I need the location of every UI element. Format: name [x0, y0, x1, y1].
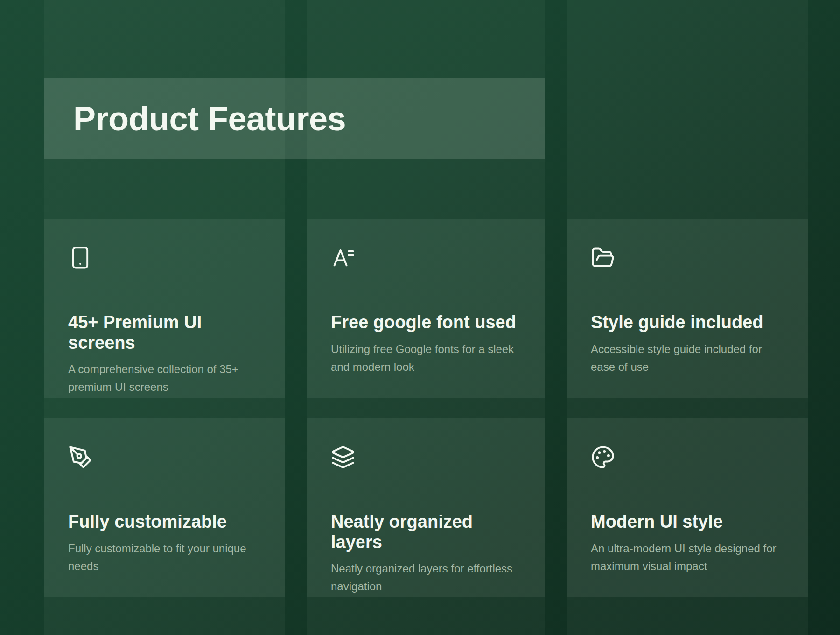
- feature-card: Fully customizable Fully customizable to…: [44, 418, 285, 597]
- feature-description: Neatly organized layers for effortless n…: [331, 560, 518, 595]
- feature-description: Utilizing free Google fonts for a sleek …: [331, 340, 518, 376]
- feature-description: Accessible style guide included for ease…: [591, 340, 777, 376]
- section-header: Product Features: [44, 78, 545, 159]
- feature-card: 45+ Premium UI screens A comprehensive c…: [44, 219, 285, 398]
- layers-icon: [331, 445, 355, 469]
- typography-icon: [331, 246, 355, 270]
- feature-description: An ultra-modern UI style designed for ma…: [591, 540, 777, 575]
- pen-tool-icon: [68, 445, 92, 469]
- feature-title: Fully customizable: [68, 512, 263, 532]
- feature-title: Style guide included: [591, 312, 785, 333]
- feature-title: Free google font used: [331, 312, 523, 333]
- feature-card: Neatly organized layers Neatly organized…: [307, 418, 545, 597]
- product-features-section: Product Features 45+ Premium UI screens …: [0, 0, 840, 635]
- feature-card: Modern UI style An ultra-modern UI style…: [567, 418, 808, 597]
- smartphone-icon: [68, 246, 92, 270]
- palette-icon: [591, 445, 615, 469]
- feature-card: Style guide included Accessible style gu…: [567, 219, 808, 398]
- feature-card: Free google font used Utilizing free Goo…: [307, 219, 545, 398]
- section-title: Product Features: [73, 99, 346, 138]
- feature-title: Modern UI style: [591, 512, 785, 532]
- feature-title: Neatly organized layers: [331, 512, 523, 552]
- folder-open-icon: [591, 246, 615, 270]
- feature-description: A comprehensive collection of 35+ premiu…: [68, 360, 255, 396]
- feature-description: Fully customizable to fit your unique ne…: [68, 540, 255, 575]
- feature-title: 45+ Premium UI screens: [68, 312, 263, 353]
